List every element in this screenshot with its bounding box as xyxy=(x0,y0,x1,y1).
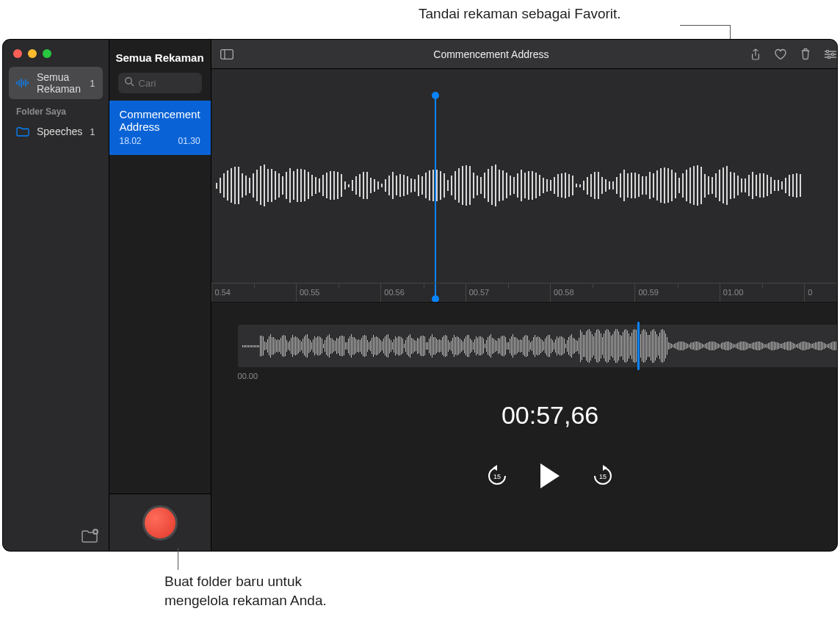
ruler-tick: 00.58 xyxy=(550,283,634,302)
search-icon xyxy=(124,76,134,87)
voice-memos-window: Semua Rekaman 1 Folder Saya Speeches 1 S… xyxy=(3,40,837,551)
share-icon[interactable] xyxy=(749,48,762,61)
svg-text:15: 15 xyxy=(493,473,501,480)
ruler-tick: 00.59 xyxy=(634,283,719,302)
sidebar-item-count: 1 xyxy=(90,126,95,137)
list-header: Semua Rekaman xyxy=(109,40,211,73)
overview-playhead[interactable] xyxy=(637,322,640,370)
ruler-tick: 00.55 xyxy=(296,283,380,302)
folder-icon xyxy=(16,126,29,137)
skip-back-button[interactable]: 15 xyxy=(486,465,508,487)
settings-sliders-icon[interactable] xyxy=(824,48,837,61)
close-button[interactable] xyxy=(13,49,22,58)
maximize-button[interactable] xyxy=(43,49,51,58)
skip-forward-button[interactable]: 15 xyxy=(592,465,614,487)
time-ruler: 0.5400.5500.5600.5700.5800.5901.000 xyxy=(211,283,837,302)
svg-point-16 xyxy=(828,56,830,58)
recordings-list-panel: Semua Rekaman Commencement Address 18.02… xyxy=(109,40,211,551)
sidebar-item-label: Semua Rekaman xyxy=(37,71,82,95)
svg-point-7 xyxy=(125,78,131,84)
play-icon xyxy=(540,463,560,488)
waveform-icon xyxy=(16,78,29,88)
recording-list-item[interactable]: Commencement Address 18.02 01.30 xyxy=(109,101,211,155)
waveform-overview[interactable] xyxy=(238,325,837,367)
window-controls xyxy=(3,40,109,65)
sidebar-item-folder[interactable]: Speeches 1 xyxy=(9,121,103,142)
svg-text:15: 15 xyxy=(599,473,607,480)
svg-point-14 xyxy=(827,50,829,52)
trash-icon[interactable] xyxy=(799,48,812,61)
ruler-tick: 0.54 xyxy=(211,283,296,302)
toolbar: Commencement Address Edit xyxy=(211,40,837,69)
sidebar-item-label: Speeches xyxy=(37,126,82,137)
callout-new-folder: Buat folder baru untuk mengelola rekaman… xyxy=(164,572,327,610)
playhead[interactable] xyxy=(435,95,436,299)
record-button[interactable] xyxy=(142,505,178,541)
callout-favorite: Tandai rekaman sebagai Favorit. xyxy=(419,6,621,22)
toolbar-title: Commencement Address xyxy=(245,48,738,60)
ruler-tick: 01.00 xyxy=(720,283,804,302)
waveform-area[interactable]: 0.5400.5500.5600.5700.5800.5901.000 xyxy=(211,69,837,303)
toggle-sidebar-icon[interactable] xyxy=(220,48,233,61)
waveform-main xyxy=(211,156,837,215)
ruler-tick: 0 xyxy=(804,283,837,302)
favorite-icon[interactable] xyxy=(774,48,787,61)
recording-time: 18.02 xyxy=(120,136,142,146)
current-time: 00:57,66 xyxy=(502,401,598,430)
lower-panel: 00.00 01.30 00:57,66 15 15 xyxy=(211,303,837,551)
sidebar-item-all-recordings[interactable]: Semua Rekaman 1 xyxy=(9,67,103,99)
overview-start-time: 00.00 xyxy=(238,372,258,380)
playback-controls: 15 15 xyxy=(486,463,614,488)
ruler-tick: 00.57 xyxy=(466,283,550,302)
callout-line xyxy=(178,548,178,570)
ruler-tick: 00.56 xyxy=(380,283,465,302)
minimize-button[interactable] xyxy=(28,49,37,58)
recording-duration: 01.30 xyxy=(178,136,200,146)
editor-panel: Commencement Address Edit 0.540 xyxy=(211,40,837,551)
sidebar-section-header: Folder Saya xyxy=(3,101,109,120)
play-button[interactable] xyxy=(540,463,560,488)
svg-line-8 xyxy=(131,83,134,86)
new-folder-button[interactable] xyxy=(81,529,98,543)
recording-title: Commencement Address xyxy=(120,108,200,133)
svg-rect-9 xyxy=(220,49,233,59)
sidebar-item-count: 1 xyxy=(90,78,95,89)
record-footer xyxy=(109,494,211,551)
svg-point-15 xyxy=(832,53,834,55)
sidebar: Semua Rekaman 1 Folder Saya Speeches 1 xyxy=(3,40,109,551)
